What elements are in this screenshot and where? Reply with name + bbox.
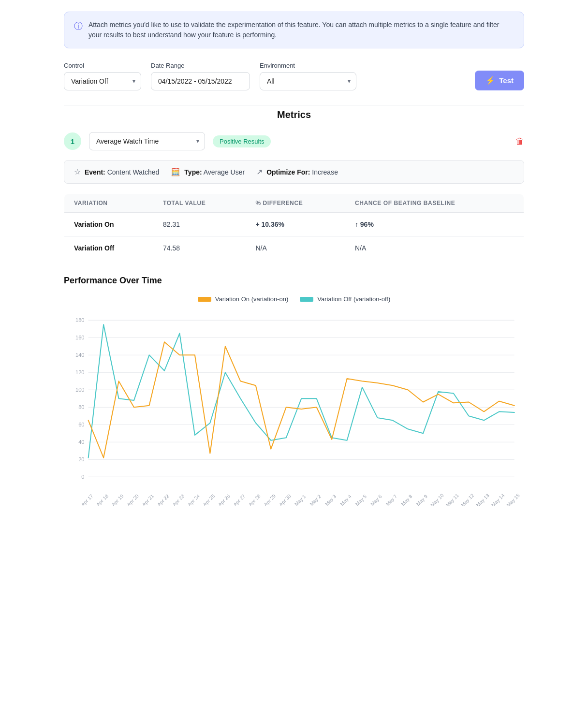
type-info-item: 🧮 Type: Average User — [171, 167, 245, 176]
chart-container: Variation On (variation-on) Variation Of… — [64, 295, 524, 508]
trash-icon: 🗑 — [515, 136, 524, 146]
svg-text:Apr 22: Apr 22 — [156, 493, 170, 506]
table-row: Variation On 82.31 + 10.36% ↑ 96% — [64, 213, 524, 236]
col-pct-diff: % DIFFERENCE — [246, 194, 345, 213]
svg-text:May 14: May 14 — [490, 493, 505, 506]
performance-chart: 020406080100120140160180Apr 17Apr 18Apr … — [64, 310, 524, 506]
test-button[interactable]: ⚡ Test — [475, 71, 524, 90]
date-range-label: Date Range — [151, 62, 250, 69]
optimize-info-item: ↗ Optimize For: Increase — [256, 167, 338, 176]
cell-total-value: 82.31 — [153, 213, 246, 236]
metric-select[interactable]: Average Watch Time — [89, 132, 205, 150]
col-total-value: TOTAL VALUE — [153, 194, 246, 213]
positive-badge: Positive Results — [213, 135, 271, 147]
metric-row: 1 Average Watch Time ▾ Positive Results … — [64, 132, 524, 150]
lightning-icon: ⚡ — [485, 76, 495, 85]
svg-text:140: 140 — [75, 352, 85, 358]
svg-text:180: 180 — [75, 317, 85, 323]
type-label: Type: Average User — [184, 168, 245, 176]
svg-text:May 1: May 1 — [294, 494, 307, 506]
chart-legend: Variation On (variation-on) Variation Of… — [64, 295, 524, 303]
control-label: Control — [64, 62, 141, 69]
svg-text:May 6: May 6 — [369, 494, 383, 506]
svg-text:Apr 23: Apr 23 — [172, 493, 186, 506]
svg-text:160: 160 — [75, 335, 85, 340]
svg-text:60: 60 — [78, 422, 84, 427]
svg-text:Apr 24: Apr 24 — [187, 493, 201, 506]
cell-pct-diff: + 10.36% — [246, 213, 345, 236]
svg-text:80: 80 — [78, 404, 84, 410]
table-row: Variation Off 74.58 N/A N/A — [64, 236, 524, 260]
optimize-label: Optimize For: Increase — [266, 168, 338, 176]
svg-text:May 13: May 13 — [475, 493, 490, 506]
legend-label-on: Variation On (variation-on) — [215, 295, 289, 303]
environment-select-wrapper: All Production Staging ▾ — [260, 72, 356, 90]
svg-text:Apr 25: Apr 25 — [202, 493, 216, 506]
star-icon: ☆ — [74, 167, 81, 176]
legend-variation-on: Variation On (variation-on) — [198, 295, 289, 303]
calculator-icon: 🧮 — [171, 167, 180, 176]
metrics-title: Metrics — [64, 105, 524, 120]
svg-text:Apr 28: Apr 28 — [248, 493, 262, 506]
event-info-bar: ☆ Event: Content Watched 🧮 Type: Average… — [64, 160, 524, 184]
performance-title: Performance Over Time — [64, 276, 524, 286]
metric-number: 1 — [64, 132, 81, 150]
svg-text:Apr 20: Apr 20 — [126, 493, 140, 506]
svg-text:May 3: May 3 — [324, 494, 338, 506]
cell-chance: ↑ 96% — [345, 213, 524, 236]
environment-group: Environment All Production Staging ▾ — [260, 62, 356, 90]
info-icon: ⓘ — [74, 20, 83, 32]
control-select[interactable]: Variation Off Variation On — [64, 72, 141, 90]
svg-text:Apr 17: Apr 17 — [80, 493, 94, 506]
legend-variation-off: Variation Off (variation-off) — [300, 295, 390, 303]
controls-row: Control Variation Off Variation On ▾ Dat… — [64, 62, 524, 90]
svg-text:May 15: May 15 — [506, 493, 521, 506]
svg-text:20: 20 — [78, 456, 84, 462]
svg-text:120: 120 — [75, 369, 85, 375]
svg-text:Apr 26: Apr 26 — [217, 493, 231, 506]
svg-text:Apr 21: Apr 21 — [141, 493, 155, 506]
date-range-group: Date Range — [151, 62, 250, 90]
svg-text:Apr 29: Apr 29 — [263, 493, 277, 506]
metrics-table: VARIATION TOTAL VALUE % DIFFERENCE CHANC… — [64, 193, 524, 260]
col-variation: VARIATION — [64, 194, 153, 213]
legend-color-on — [198, 297, 211, 302]
event-label: Event: Content Watched — [85, 168, 159, 176]
date-range-input[interactable] — [151, 72, 250, 90]
event-info-item: ☆ Event: Content Watched — [74, 167, 159, 176]
svg-text:May 5: May 5 — [354, 494, 368, 506]
svg-text:40: 40 — [78, 439, 84, 445]
info-banner: ⓘ Attach metrics you'd like to use to va… — [64, 12, 524, 48]
svg-text:May 9: May 9 — [415, 494, 429, 506]
environment-select[interactable]: All Production Staging — [260, 72, 356, 90]
svg-text:Apr 19: Apr 19 — [111, 493, 125, 506]
svg-text:100: 100 — [75, 387, 85, 393]
svg-text:Apr 18: Apr 18 — [95, 493, 109, 506]
delete-metric-button[interactable]: 🗑 — [515, 136, 524, 147]
cell-total-value: 74.58 — [153, 236, 246, 260]
cell-variation: Variation On — [64, 213, 153, 236]
control-group: Control Variation Off Variation On ▾ — [64, 62, 141, 90]
cell-chance: N/A — [345, 236, 524, 260]
svg-text:May 7: May 7 — [385, 494, 398, 506]
test-button-label: Test — [499, 76, 514, 85]
svg-text:0: 0 — [81, 474, 84, 480]
svg-text:May 11: May 11 — [445, 493, 460, 506]
cell-variation: Variation Off — [64, 236, 153, 260]
cell-pct-diff: N/A — [246, 236, 345, 260]
svg-text:May 2: May 2 — [309, 494, 323, 506]
metric-select-wrapper: Average Watch Time ▾ — [89, 132, 205, 150]
col-chance: CHANCE OF BEATING BASELINE — [345, 194, 524, 213]
svg-text:Apr 27: Apr 27 — [232, 493, 246, 506]
svg-text:May 4: May 4 — [339, 494, 353, 506]
svg-text:Apr 30: Apr 30 — [278, 493, 292, 506]
svg-text:May 8: May 8 — [400, 494, 413, 506]
banner-text: Attach metrics you'd like to use to vali… — [88, 20, 514, 40]
svg-text:May 10: May 10 — [429, 493, 444, 506]
legend-label-off: Variation Off (variation-off) — [317, 295, 390, 303]
control-select-wrapper: Variation Off Variation On ▾ — [64, 72, 141, 90]
legend-color-off — [300, 297, 313, 302]
svg-text:May 12: May 12 — [460, 493, 475, 506]
environment-label: Environment — [260, 62, 356, 69]
optimize-icon: ↗ — [256, 167, 263, 176]
